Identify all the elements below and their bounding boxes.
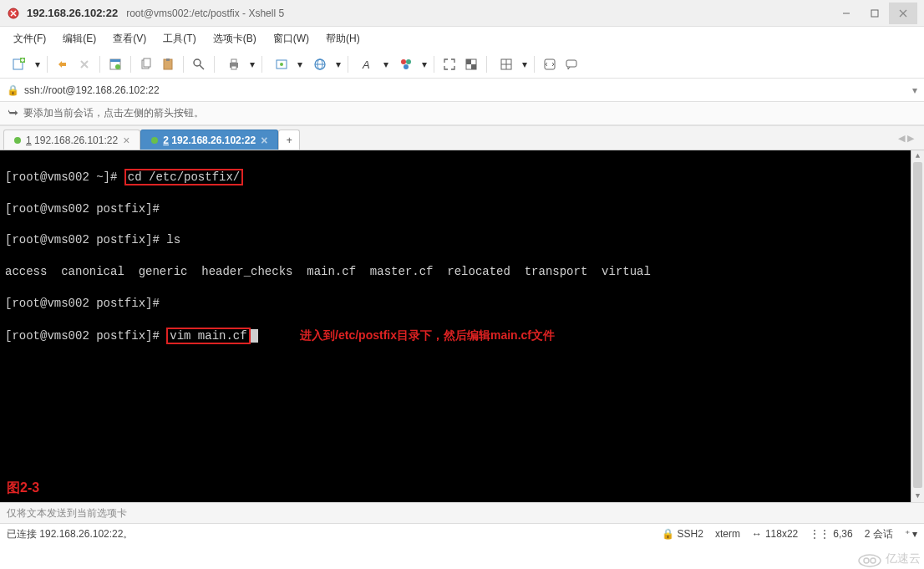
svg-rect-17 xyxy=(231,59,236,63)
menu-edit[interactable]: 编辑(E) xyxy=(56,28,103,49)
lock-icon: 🔒 xyxy=(662,528,674,540)
watermark: 亿速云 xyxy=(857,551,921,567)
print-icon[interactable] xyxy=(220,54,248,74)
separator xyxy=(261,56,262,73)
sessions-caret-icon[interactable]: ⁺ ▾ xyxy=(905,528,917,540)
svg-line-15 xyxy=(200,65,204,69)
watermark-text: 亿速云 xyxy=(886,551,921,566)
scrollbar-thumb[interactable] xyxy=(913,162,922,488)
find-icon[interactable] xyxy=(189,54,209,74)
terminal-line: [root@vms002 postfix]# xyxy=(5,296,919,312)
svg-text:A: A xyxy=(362,58,370,71)
menu-window[interactable]: 窗口(W) xyxy=(267,28,316,49)
tab-close-icon[interactable]: × xyxy=(123,134,129,147)
svg-point-26 xyxy=(406,59,411,64)
status-dot-icon xyxy=(151,137,158,144)
status-size: 118x22 xyxy=(765,528,798,540)
address-input[interactable] xyxy=(24,84,907,96)
svg-rect-34 xyxy=(545,59,555,69)
app-icon xyxy=(7,7,20,20)
svg-rect-11 xyxy=(144,58,150,67)
separator xyxy=(534,56,535,73)
script-icon[interactable] xyxy=(540,54,560,74)
terminal[interactable]: [root@vms002 ~]# cd /etc/postfix/ [root@… xyxy=(0,150,924,502)
dropdown-caret-icon[interactable]: ▾ xyxy=(522,58,529,70)
scroll-up-icon[interactable]: ▲ xyxy=(911,150,924,162)
terminal-scrollbar[interactable]: ▲ ▼ xyxy=(911,150,924,502)
cursor xyxy=(251,329,258,343)
menu-help[interactable]: 帮助(H) xyxy=(319,28,367,49)
hint-text: 要添加当前会话，点击左侧的箭头按钮。 xyxy=(23,106,204,120)
toolbar: ▾ ▾ ▾ ▾ A ▾ ▾ ▾ xyxy=(0,50,924,79)
statusbar: 已连接 192.168.26.102:22。 🔒SSH2 xterm ↔118x… xyxy=(0,524,924,544)
separator xyxy=(348,56,348,73)
add-session-arrow-icon[interactable]: ⮩ xyxy=(8,108,18,119)
scroll-down-icon[interactable]: ▼ xyxy=(911,490,924,502)
figure-label: 图2-3 xyxy=(7,479,39,497)
prompt: [root@vms002 postfix]# xyxy=(5,329,166,343)
position-icon: ⋮⋮ xyxy=(810,528,830,540)
menu-tools[interactable]: 工具(T) xyxy=(156,28,202,49)
transparency-icon[interactable] xyxy=(461,54,481,74)
dropdown-caret-icon[interactable]: ▾ xyxy=(250,58,256,70)
tab-session-1[interactable]: 1 192.168.26.101:22 × xyxy=(3,130,140,150)
menu-view[interactable]: 查看(V) xyxy=(106,28,153,49)
tab-add-button[interactable]: + xyxy=(278,130,300,150)
font-icon[interactable]: A xyxy=(353,54,382,74)
properties-icon[interactable] xyxy=(105,54,125,74)
file-transfer-icon[interactable] xyxy=(267,54,296,74)
new-session-icon[interactable] xyxy=(5,54,33,74)
tab-close-icon[interactable]: × xyxy=(261,134,267,147)
fullscreen-icon[interactable] xyxy=(439,54,459,74)
terminal-output: access canonical generic header_checks m… xyxy=(5,264,919,280)
dropdown-caret-icon[interactable]: ▾ xyxy=(297,58,304,70)
layout-icon[interactable] xyxy=(492,54,520,74)
color-scheme-icon[interactable] xyxy=(392,54,420,74)
dropdown-caret-icon[interactable]: ▾ xyxy=(383,58,390,70)
svg-point-27 xyxy=(404,64,409,69)
svg-rect-35 xyxy=(566,60,576,67)
window-subtitle: root@vms002:/etc/postfix - Xshell 5 xyxy=(126,8,832,19)
svg-rect-13 xyxy=(166,58,170,61)
dropdown-caret-icon[interactable]: ▾ xyxy=(336,58,343,70)
separator xyxy=(47,56,48,73)
minimize-button[interactable] xyxy=(832,3,861,24)
addressbar: 🔒 ▾ xyxy=(0,79,924,102)
dropdown-caret-icon[interactable]: ▾ xyxy=(912,84,917,96)
menu-file[interactable]: 文件(F) xyxy=(7,28,53,49)
dropdown-caret-icon[interactable]: ▾ xyxy=(35,58,42,70)
status-position: 6,36 xyxy=(833,528,852,540)
prompt: [root@vms002 ~]# xyxy=(5,170,124,184)
globe-icon[interactable] xyxy=(306,54,334,74)
menu-tabs[interactable]: 选项卡(B) xyxy=(206,28,263,49)
paste-icon[interactable] xyxy=(158,54,178,74)
tab-label: 192.168.26.102:22 xyxy=(171,135,256,146)
tab-session-2[interactable]: 2 192.168.26.102:22 × xyxy=(140,130,278,150)
send-text-bar[interactable]: 仅将文本发送到当前选项卡 xyxy=(0,502,924,524)
svg-point-38 xyxy=(871,558,876,563)
send-placeholder: 仅将文本发送到当前选项卡 xyxy=(7,506,127,521)
separator xyxy=(214,56,215,73)
status-connection: 已连接 192.168.26.102:22。 xyxy=(7,527,650,541)
copy-icon[interactable] xyxy=(136,54,156,74)
svg-rect-8 xyxy=(110,59,120,62)
maximize-button[interactable] xyxy=(861,3,889,24)
highlighted-command: vim main.cf xyxy=(166,328,250,344)
terminal-line: [root@vms002 postfix]# xyxy=(5,201,919,217)
dropdown-caret-icon[interactable]: ▾ xyxy=(422,58,429,70)
close-button[interactable] xyxy=(889,3,917,24)
svg-rect-2 xyxy=(871,10,878,17)
status-protocol: SSH2 xyxy=(678,528,703,540)
window-title: 192.168.26.102:22 xyxy=(27,7,118,19)
reconnect-icon[interactable] xyxy=(53,54,73,74)
chat-icon[interactable] xyxy=(561,54,581,74)
separator xyxy=(183,56,184,73)
separator xyxy=(130,56,131,73)
svg-point-37 xyxy=(864,558,869,563)
menubar: 文件(F) 编辑(E) 查看(V) 工具(T) 选项卡(B) 窗口(W) 帮助(… xyxy=(0,27,924,50)
tab-nav-arrows[interactable]: ◀ ▶ xyxy=(898,126,921,150)
separator xyxy=(434,56,434,73)
disconnect-icon[interactable] xyxy=(74,54,94,74)
tabbar: 1 192.168.26.101:22 × 2 192.168.26.102:2… xyxy=(0,125,924,150)
terminal-line: [root@vms002 postfix]# ls xyxy=(5,232,919,248)
